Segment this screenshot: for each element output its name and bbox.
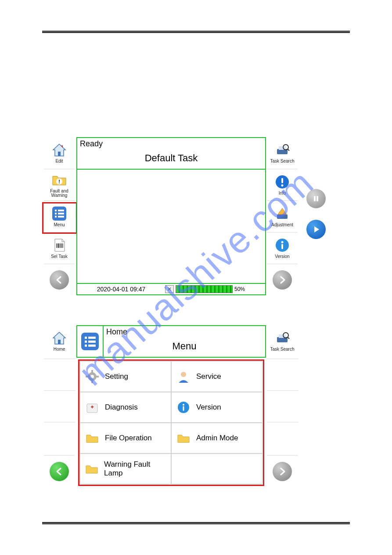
edit-button[interactable]: Edit	[44, 137, 75, 169]
menu-item-label: Setting	[105, 372, 128, 381]
cancel-progress-button[interactable]: ✕	[165, 285, 174, 293]
person-icon	[176, 369, 191, 384]
adjustment-icon	[274, 206, 290, 221]
svg-rect-29	[58, 340, 61, 344]
menu-title: Menu	[104, 338, 265, 354]
play-button[interactable]	[300, 212, 332, 247]
media-controls	[300, 185, 332, 247]
left-empty-slots	[44, 359, 76, 455]
svg-rect-43	[91, 370, 93, 373]
info-label: Info	[279, 191, 286, 196]
svg-rect-23	[277, 214, 288, 219]
folder-warning-icon: !	[51, 172, 67, 188]
left-toolbar: Edit ! Fault and Warning Menu Sel Task	[44, 137, 76, 295]
footer-bar: 2020-04-01 09:47 ✕ 50%	[76, 283, 266, 295]
version-button[interactable]: Version	[267, 232, 298, 264]
menu-item-empty	[171, 453, 263, 484]
svg-point-47	[181, 372, 186, 377]
house-icon	[51, 142, 67, 158]
back-button[interactable]	[44, 264, 75, 295]
right-toolbar: Task Search Info Adjustment Version	[267, 137, 298, 295]
printer-search-icon	[274, 330, 290, 346]
edit-label: Edit	[55, 159, 63, 164]
status-header: Ready Default Task	[76, 137, 266, 170]
barcode-file-icon	[51, 237, 67, 253]
arrow-left-icon	[50, 462, 69, 481]
menu-item-admin-mode[interactable]: Admin Mode	[171, 423, 263, 453]
menu-item-file-operation[interactable]: File Operation	[80, 423, 171, 453]
menu-item-label: File Operation	[105, 434, 152, 443]
printer-search-icon	[274, 142, 290, 158]
status-text: Ready	[77, 138, 265, 150]
back-button-green[interactable]	[44, 455, 75, 487]
info-exclaim-icon	[274, 174, 290, 190]
task-search-label: Task Search	[270, 159, 294, 164]
right-toolbar-2: Task Search	[267, 325, 298, 357]
screenshot-menu: Home Home Menu Task Search	[44, 325, 316, 488]
task-title: Default Task	[77, 150, 265, 166]
sel-task-label: Sel Task	[51, 254, 68, 259]
arrow-right-icon	[273, 462, 292, 481]
pause-icon	[306, 189, 326, 208]
svg-rect-9	[58, 216, 64, 218]
menu-item-setting[interactable]: Setting	[80, 361, 171, 392]
medkit-icon	[85, 400, 100, 415]
svg-rect-28	[316, 196, 318, 201]
arrow-left-icon	[50, 270, 69, 290]
forward-button-2[interactable]	[267, 455, 298, 487]
menu-item-warning-fault-lamp[interactable]: Warning Fault Lamp	[80, 453, 171, 484]
menu-item-service[interactable]: Service	[171, 361, 263, 392]
left-toolbar-2: Home	[44, 325, 76, 357]
version-label: Version	[275, 254, 289, 259]
sel-task-button[interactable]: Sel Task	[44, 232, 75, 264]
adjustment-button[interactable]: Adjustment	[267, 200, 298, 232]
svg-rect-50	[92, 406, 93, 408]
svg-rect-36	[88, 345, 96, 347]
svg-rect-45	[86, 376, 88, 377]
svg-rect-4	[55, 210, 57, 211]
arrow-right-icon	[273, 270, 292, 290]
forward-button[interactable]	[267, 264, 298, 295]
menu-button[interactable]: Menu	[44, 200, 75, 232]
task-search-button-2[interactable]: Task Search	[267, 325, 298, 357]
info-button[interactable]: Info	[267, 169, 298, 200]
svg-rect-27	[314, 196, 316, 201]
menu-item-label: Service	[196, 372, 221, 381]
task-canvas	[76, 170, 266, 284]
play-icon	[306, 220, 326, 239]
task-search-label-2: Task Search	[270, 347, 294, 352]
menu-header-icon	[77, 326, 104, 357]
info-i-icon	[176, 400, 191, 415]
folder-icon	[176, 431, 191, 446]
fault-warning-button[interactable]: ! Fault and Warning	[44, 169, 75, 200]
datetime-text: 2020-04-01 09:47	[77, 286, 165, 293]
svg-point-52	[183, 404, 184, 406]
svg-rect-53	[183, 406, 184, 411]
svg-point-22	[281, 184, 284, 186]
svg-line-40	[288, 337, 289, 339]
menu-header: Home Menu	[76, 325, 266, 358]
svg-rect-5	[58, 210, 64, 211]
fault-warning-label: Fault and Warning	[44, 189, 75, 198]
svg-rect-6	[55, 213, 57, 214]
gear-icon	[85, 369, 100, 384]
menu-item-label: Admin Mode	[196, 434, 238, 443]
menu-item-version[interactable]: Version	[171, 392, 263, 423]
adjustment-label: Adjustment	[271, 223, 293, 228]
breadcrumb-text: Home	[104, 326, 265, 338]
task-search-button[interactable]: Task Search	[267, 137, 298, 169]
menu-item-label: Version	[196, 403, 221, 412]
home-button[interactable]: Home	[44, 325, 75, 357]
svg-rect-26	[281, 244, 283, 249]
svg-rect-32	[88, 337, 96, 339]
screenshot-ready: Edit ! Fault and Warning Menu Sel Task	[44, 137, 316, 300]
svg-rect-7	[58, 213, 64, 214]
svg-rect-46	[96, 376, 99, 377]
house-icon	[51, 330, 67, 346]
svg-rect-33	[85, 341, 87, 343]
progress-percent: 50%	[234, 286, 245, 292]
pause-button[interactable]	[300, 185, 332, 212]
info-i-icon	[274, 237, 290, 253]
home-label: Home	[54, 347, 65, 352]
menu-item-diagnosis[interactable]: Diagnosis	[80, 392, 171, 423]
